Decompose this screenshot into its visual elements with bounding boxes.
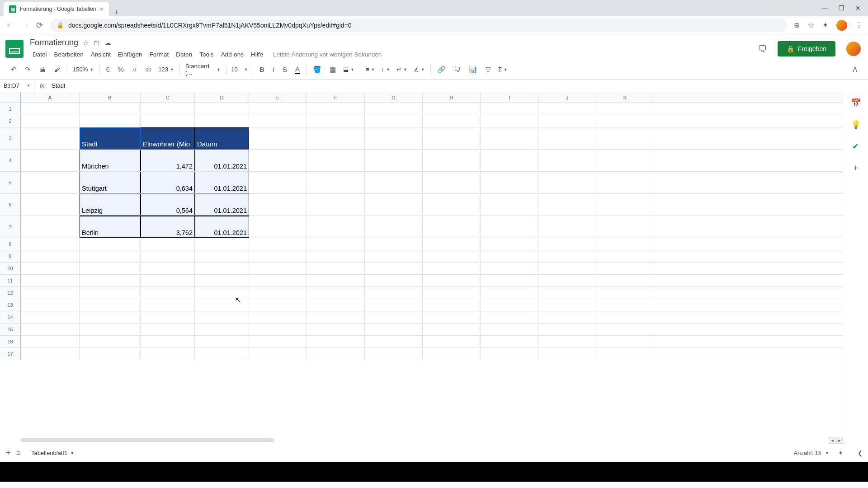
filter-button[interactable]: ▽ [482,63,495,76]
sheets-logo[interactable] [5,40,24,58]
zoom-icon[interactable]: ⊕ [794,21,800,29]
document-title[interactable]: Formatierung [30,38,78,47]
font-size-select[interactable]: 10▼ [229,64,250,75]
account-avatar[interactable] [846,42,861,56]
last-edit-text[interactable]: Letzte Änderung vor wenigen Sekunden [273,51,382,58]
font-select[interactable]: Standard (...▼ [183,61,223,78]
calendar-icon[interactable]: 📅 [850,98,861,108]
vertical-scrollbar[interactable] [837,103,842,435]
row-header[interactable]: 4 [0,150,21,171]
strikethrough-button[interactable]: S [279,63,291,76]
col-header-B[interactable]: B [80,92,141,103]
chrome-menu-icon[interactable]: ⋮ [855,21,863,29]
row-header[interactable]: 16 [0,336,21,347]
cell-D3[interactable]: Datum [195,127,249,149]
fill-color-button[interactable]: 🪣 [309,63,325,76]
text-color-button[interactable]: A [292,62,303,77]
share-url-icon[interactable]: ☆ [808,21,814,29]
currency-button[interactable]: € [102,63,113,76]
paint-format-button[interactable]: 🖌 [50,63,64,76]
formula-bar[interactable]: Stadt [50,82,868,89]
cell-D4[interactable]: 01.01.2021 [195,150,249,171]
cell-C6[interactable]: 0,564 [141,194,195,216]
row-header[interactable]: 2 [0,115,21,127]
more-formats-button[interactable]: 123▼ [156,64,177,75]
row-header[interactable]: 6 [0,194,21,216]
col-header-K[interactable]: K [596,92,654,103]
all-sheets-button[interactable]: ≡ [16,449,20,457]
row-header[interactable]: 11 [0,275,21,286]
reload-button[interactable]: ⟳ [36,20,43,30]
zoom-select[interactable]: 150%▼ [70,64,96,75]
print-button[interactable]: 🖶 [35,63,49,76]
cell-D6[interactable]: 01.01.2021 [195,194,249,216]
move-icon[interactable]: 🗀 [93,39,100,47]
row-header[interactable]: 9 [0,250,21,262]
extensions-icon[interactable]: ✦ [822,21,828,29]
decrease-decimal-button[interactable]: .0 [128,64,140,75]
cell-D7[interactable]: 01.01.2021 [195,216,249,238]
cell-B5[interactable]: Stuttgart [80,172,141,193]
menu-edit[interactable]: Bearbeiten [52,49,86,60]
link-button[interactable]: 🔗 [434,63,449,76]
scroll-right-button[interactable]: ► [836,437,843,444]
col-header-G[interactable]: G [365,92,423,103]
address-bar[interactable]: 🔒 docs.google.com/spreadsheets/d/1L0CRXr… [50,19,787,32]
col-header-D[interactable]: D [195,92,249,103]
row-header[interactable]: 14 [0,311,21,323]
add-sheet-button[interactable]: + [5,448,11,458]
browser-tab[interactable]: ▦ Formatierung - Google Tabellen × [4,2,109,16]
v-align-button[interactable]: ↕▼ [378,64,392,75]
borders-button[interactable]: ▦ [326,63,340,76]
star-icon[interactable]: ☆ [83,39,89,47]
col-header-E[interactable]: E [249,92,307,103]
add-panel-icon[interactable]: + [850,163,861,174]
cell-C7[interactable]: 3,762 [141,216,195,238]
tasks-icon[interactable]: ✔ [850,141,861,152]
menu-format[interactable]: Format [146,49,171,60]
h-align-button[interactable]: ≡▼ [363,64,378,75]
comments-button[interactable]: 🗨 [754,41,770,57]
wrap-button[interactable]: ↵▼ [394,64,410,75]
percent-button[interactable]: % [114,63,127,76]
explore-button[interactable]: ✦ [838,450,843,456]
cell-C3[interactable]: Einwohner (Mio [141,127,195,149]
functions-button[interactable]: Σ▼ [495,64,510,75]
col-header-J[interactable]: J [538,92,596,103]
collapse-toolbar-button[interactable]: ᐱ [849,63,861,76]
chart-button[interactable]: 📊 [465,63,481,76]
italic-button[interactable]: I [269,63,278,76]
new-tab-button[interactable]: + [109,8,124,16]
close-tab-icon[interactable]: × [100,5,104,13]
cloud-status-icon[interactable]: ☁ [104,39,111,47]
row-header[interactable]: 13 [0,299,21,311]
menu-file[interactable]: Datei [30,49,50,60]
col-header-A[interactable]: A [21,92,80,103]
undo-button[interactable]: ↶ [7,63,20,76]
row-header[interactable]: 7 [0,216,21,238]
menu-data[interactable]: Daten [173,49,195,60]
maximize-window-icon[interactable]: ❐ [839,5,844,12]
col-header-H[interactable]: H [423,92,481,103]
menu-tools[interactable]: Tools [197,49,217,60]
count-dropdown-icon[interactable]: ▼ [825,451,829,455]
comment-button[interactable]: 🗨 [450,63,464,76]
cell-C5[interactable]: 0,634 [141,172,195,193]
col-header-I[interactable]: I [481,92,538,103]
cell-B3[interactable]: Stadt [80,127,141,149]
col-header-F[interactable]: F [307,92,365,103]
cell-B4[interactable]: München [80,150,141,171]
row-header[interactable]: 10 [0,263,21,274]
rotate-button[interactable]: ∡▼ [411,64,428,75]
menu-insert[interactable]: Einfügen [115,49,145,60]
sheet-tab[interactable]: Tabellenblatt1 ▼ [26,447,80,459]
spreadsheet-grid[interactable]: A B C D E F G H I J K 1 2 3 Stadt Einwoh… [0,92,843,444]
back-button[interactable]: ← [5,20,14,30]
row-header[interactable]: 3 [0,127,21,149]
row-header[interactable]: 12 [0,287,21,299]
cell-D5[interactable]: 01.01.2021 [195,172,249,193]
scroll-left-button[interactable]: ◄ [829,437,835,444]
row-header[interactable]: 15 [0,324,21,335]
selection-count[interactable]: Anzahl: 15 [794,450,821,456]
cell-C4[interactable]: 1,472 [141,150,195,171]
